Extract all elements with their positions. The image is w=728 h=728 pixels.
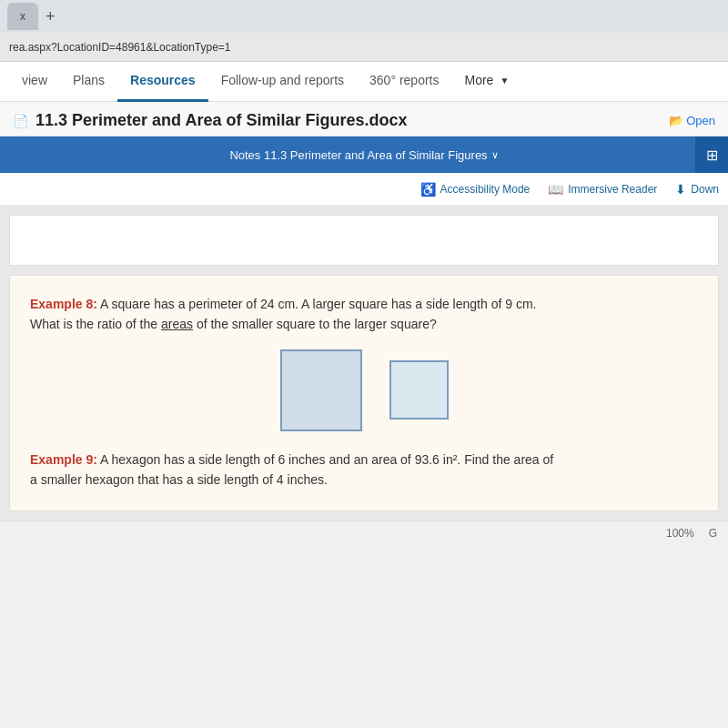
address-text: rea.aspx?LocationID=48961&LocationType=1 [9, 41, 231, 54]
download-label: Down [691, 183, 719, 196]
example8-text1: A square has a perimeter of 24 cm. A lar… [100, 297, 536, 311]
squares-diagram [30, 349, 698, 431]
accessibility-icon: ♿ [420, 182, 436, 197]
nav-item-view[interactable]: view [9, 62, 60, 102]
open-icon: 📂 [669, 114, 683, 127]
example8-label: Example 8: [30, 297, 97, 311]
toolbar-right-button[interactable]: ⊞ [695, 136, 728, 173]
toolbar-title: Notes 11.3 Perimeter and Area of Similar… [229, 148, 487, 162]
chevron-down-icon: ▼ [500, 76, 509, 86]
accessibility-mode-label: Accessibility Mode [440, 183, 531, 196]
immersive-reader-label: Immersive Reader [568, 183, 657, 196]
zoom-level: 100% [666, 527, 694, 540]
browser-chrome: x + [0, 0, 728, 33]
example8-text2: What is the ratio of the [30, 317, 161, 331]
example9-text1: A hexagon has a side length of 6 inches … [100, 452, 553, 467]
example8-text3: of the smaller square to the larger squa… [193, 317, 437, 331]
doc-title-bar: 📄 11.3 Perimeter and Area of Similar Fig… [0, 102, 728, 136]
document-title: 11.3 Perimeter and Area of Similar Figur… [35, 111, 408, 130]
tab-bar: x + [7, 3, 59, 30]
footer-right-label: G [709, 527, 717, 540]
accessibility-bar: ♿ Accessibility Mode 📖 Immersive Reader … [0, 173, 728, 206]
address-bar: rea.aspx?LocationID=48961&LocationType=1 [0, 33, 728, 62]
doc-content: Example 8: A square has a perimeter of 2… [0, 206, 728, 521]
example8-underline-word: areas [161, 317, 193, 331]
small-square [389, 360, 449, 420]
tab-close[interactable]: x [7, 3, 38, 30]
tab-label: x [20, 10, 25, 23]
new-tab-button[interactable]: + [42, 7, 59, 26]
nav-item-followup[interactable]: Follow-up and reports [208, 62, 357, 102]
nav-item-resources[interactable]: Resources [117, 62, 208, 102]
doc-toolbar: Notes 11.3 Perimeter and Area of Similar… [0, 136, 728, 173]
nav-item-plans[interactable]: Plans [60, 62, 117, 102]
accessibility-mode-button[interactable]: ♿ Accessibility Mode [420, 182, 531, 197]
immersive-reader-button[interactable]: 📖 Immersive Reader [548, 182, 657, 197]
toolbar-dropdown-icon[interactable]: ∨ [491, 149, 499, 161]
footer-bar: 100% G [0, 521, 728, 546]
nav-item-more[interactable]: More ▼ [451, 62, 521, 102]
nav-item-360reports[interactable]: 360° reports [357, 62, 451, 102]
example9-label: Example 9: [30, 452, 97, 467]
app-nav: view Plans Resources Follow-up and repor… [0, 62, 728, 102]
example8-text: Example 8: A square has a perimeter of 2… [30, 294, 698, 335]
download-icon: ⬇ [675, 182, 686, 197]
large-square [280, 349, 362, 431]
open-button[interactable]: 📂 Open [669, 114, 715, 127]
immersive-reader-icon: 📖 [548, 182, 563, 197]
example9-text2: a smaller hexagon that has a side length… [30, 472, 328, 487]
document-icon: 📄 [13, 114, 28, 128]
grid-icon: ⊞ [706, 147, 718, 164]
example9-text: Example 9: A hexagon has a side length o… [30, 450, 698, 490]
content-box-top [9, 215, 719, 266]
content-box-main: Example 8: A square has a perimeter of 2… [9, 275, 719, 511]
download-button[interactable]: ⬇ Down [675, 182, 719, 197]
